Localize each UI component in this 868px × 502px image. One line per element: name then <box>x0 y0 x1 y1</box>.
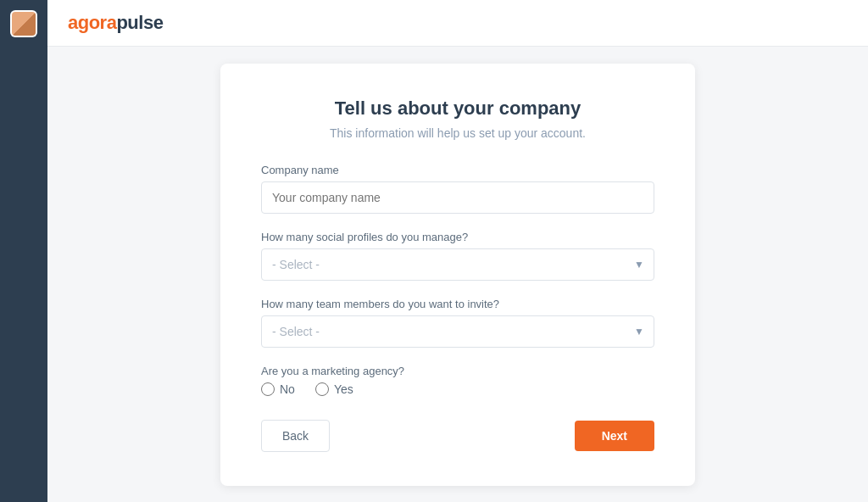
team-members-select[interactable]: - Select - 1-5 6-10 11-20 21-50 50+ <box>261 315 654 348</box>
team-members-group: How many team members do you want to inv… <box>261 298 654 348</box>
agency-yes-radio[interactable] <box>315 382 329 396</box>
agency-no-text: No <box>280 382 295 396</box>
agency-radio-group: No Yes <box>261 382 654 396</box>
header: agora pulse <box>47 0 868 47</box>
logo: agora pulse <box>68 12 848 34</box>
form-title: Tell us about your company <box>261 98 654 120</box>
logo-agora: agora <box>68 12 116 34</box>
form-card: Tell us about your company This informat… <box>220 64 695 486</box>
agency-no-label[interactable]: No <box>261 382 295 396</box>
content-area: Tell us about your company This informat… <box>47 47 868 502</box>
company-name-group: Company name <box>261 164 654 214</box>
back-button[interactable]: Back <box>261 420 330 452</box>
social-profiles-label: How many social profiles do you manage? <box>261 231 654 243</box>
agency-group: Are you a marketing agency? No Yes <box>261 365 654 396</box>
social-profiles-select-wrapper: - Select - 1-5 6-10 11-20 21-50 50+ ▼ <box>261 248 654 281</box>
avatar-image <box>12 12 36 36</box>
agency-yes-label[interactable]: Yes <box>315 382 353 396</box>
team-members-select-wrapper: - Select - 1-5 6-10 11-20 21-50 50+ ▼ <box>261 315 654 348</box>
next-button[interactable]: Next <box>575 421 654 451</box>
social-profiles-select[interactable]: - Select - 1-5 6-10 11-20 21-50 50+ <box>261 248 654 281</box>
avatar[interactable] <box>10 10 37 37</box>
main-content: agora pulse Tell us about your company T… <box>47 0 868 502</box>
logo-pulse: pulse <box>116 12 163 34</box>
team-members-label: How many team members do you want to inv… <box>261 298 654 310</box>
agency-label: Are you a marketing agency? <box>261 365 654 377</box>
form-subtitle: This information will help us set up you… <box>261 126 654 140</box>
agency-yes-text: Yes <box>334 382 353 396</box>
sidebar <box>0 0 47 502</box>
company-name-label: Company name <box>261 164 654 176</box>
company-name-input[interactable] <box>261 181 654 214</box>
social-profiles-group: How many social profiles do you manage? … <box>261 231 654 281</box>
agency-no-radio[interactable] <box>261 382 275 396</box>
button-row: Back Next <box>261 420 654 452</box>
